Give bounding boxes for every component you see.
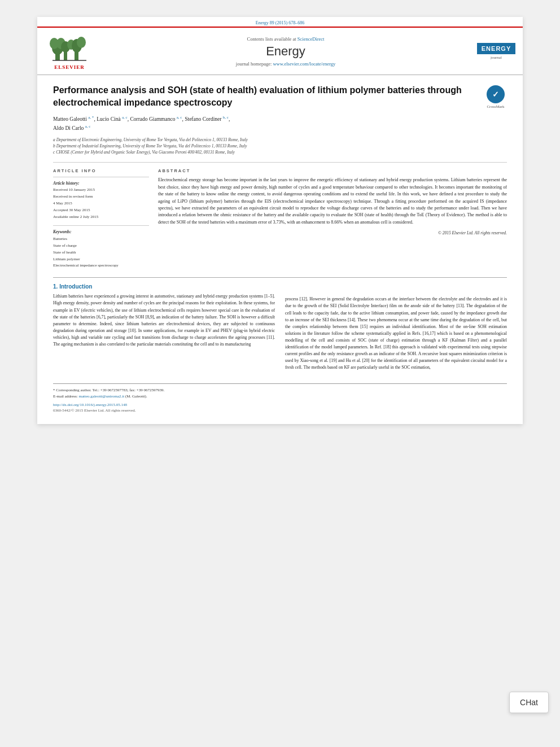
corresponding-author-text: * Corresponding author. Tel.: +39 067259… <box>53 388 164 392</box>
email-label: E-mail address: <box>53 394 78 399</box>
article-title: Performance analysis and SOH (state of h… <box>53 84 478 108</box>
energy-logo-box: ENERGY <box>477 43 515 54</box>
keyword-lithium: Lithium polymer <box>53 256 149 263</box>
affiliation-a: a Department of Electronic Engineering, … <box>53 137 507 143</box>
svg-point-9 <box>77 37 86 48</box>
history-label: Article history: <box>53 181 149 186</box>
crossmark-badge: ✓ CrossMark <box>484 85 507 109</box>
intro-left-text: Lithium batteries have experienced a gro… <box>53 293 275 348</box>
affiliation-b: b Department of Industrial Engineering, … <box>53 143 507 149</box>
doi-url[interactable]: http://dx.doi.org/10.1016/j.energy.2015.… <box>53 403 127 407</box>
keywords-section: Keywords: Batteries State of charge Stat… <box>53 225 149 269</box>
volume-info-text: Energy 89 (2015) 678–686 <box>256 20 304 25</box>
article-page: Energy 89 (2015) 678–686 ELSEVIER Conten <box>37 17 523 424</box>
section-title: Introduction <box>59 283 92 290</box>
volume-info: Energy 89 (2015) 678–686 <box>37 17 523 27</box>
footer-section: * Corresponding author. Tel.: +39 067259… <box>53 383 507 413</box>
abstract-text: Electrochemical energy storage has becom… <box>158 177 507 226</box>
introduction-columns: 1. Introduction Lithium batteries have e… <box>53 283 507 374</box>
elsevier-wordmark: ELSEVIER <box>54 64 85 70</box>
corresponding-author-note: * Corresponding author. Tel.: +39 067259… <box>53 387 507 394</box>
authors-list: Matteo Galeotti a, *, Lucio Cinà a, c, C… <box>53 115 507 133</box>
affiliation-c: c CHOSE (Center for Hybrid and Organic S… <box>53 149 507 155</box>
doi-link[interactable]: http://dx.doi.org/10.1016/j.energy.2015.… <box>53 403 507 407</box>
copyright-line: © 2015 Elsevier Ltd. All rights reserved… <box>158 230 507 235</box>
issn-copyright: 0360-5442/© 2015 Elsevier Ltd. All right… <box>53 408 507 413</box>
intro-right-col: process [12]. However in general the deg… <box>285 283 507 374</box>
section-number: 1. <box>53 283 58 290</box>
keyword-eis: Electrochemical impedance spectroscopy <box>53 263 149 269</box>
homepage-line: journal homepage: www.elsevier.com/locat… <box>100 61 471 67</box>
crossmark-icon: ✓ <box>487 85 505 103</box>
energy-logo-right: ENERGY journal <box>476 43 516 60</box>
article-title-section: Performance analysis and SOH (state of h… <box>53 84 507 109</box>
intro-right-text: process [12]. However in general the deg… <box>285 296 507 371</box>
introduction-section: 1. Introduction Lithium batteries have e… <box>53 277 507 374</box>
affiliations: a Department of Electronic Engineering, … <box>53 137 507 156</box>
keyword-soc: State of charge <box>53 243 149 250</box>
keyword-soh: State of health <box>53 250 149 256</box>
article-info-abstract: ARTICLE INFO Article history: Received 1… <box>53 168 507 269</box>
journal-center-info: Contents lists available at ScienceDirec… <box>100 36 471 67</box>
accepted-date: Accepted 30 May 2015 <box>53 207 149 214</box>
article-body: Performance analysis and SOH (state of h… <box>37 75 523 424</box>
intro-heading: 1. Introduction <box>53 283 275 290</box>
chat-button[interactable]: CHat <box>509 692 549 713</box>
article-info-label: ARTICLE INFO <box>53 168 149 173</box>
email-person: (M. Galeotti). <box>125 394 147 399</box>
journal-header: ELSEVIER Contents lists available at Sci… <box>37 27 523 75</box>
email-note: E-mail address: matteo.galeotti@uniroma2… <box>53 394 507 400</box>
crossmark-label: CrossMark <box>487 104 504 109</box>
energy-logo-subtitle: journal <box>491 55 502 60</box>
abstract-col: ABSTRACT Electrochemical energy storage … <box>158 168 507 269</box>
elsevier-logo: ELSEVIER <box>44 32 95 70</box>
available-date: Available online 2 July 2015 <box>53 214 149 221</box>
elsevier-tree-icon <box>50 32 89 63</box>
divider-1 <box>53 162 507 163</box>
revised-date: Received in revised form4 May 2015 <box>53 194 149 207</box>
email-link[interactable]: matteo.galeotti@uniroma2.it <box>79 394 125 399</box>
article-history-box: Article history: Received 10 January 201… <box>53 177 149 220</box>
homepage-link[interactable]: www.elsevier.com/locate/energy <box>273 61 335 67</box>
received-date: Received 10 January 2015 <box>53 187 149 194</box>
energy-logo-text: ENERGY <box>482 45 511 52</box>
abstract-label: ABSTRACT <box>158 168 507 173</box>
intro-left-col: 1. Introduction Lithium batteries have e… <box>53 283 275 374</box>
sciencedirect-line: Contents lists available at ScienceDirec… <box>100 36 471 42</box>
keywords-label: Keywords: <box>53 229 149 234</box>
article-info-col: ARTICLE INFO Article history: Received 1… <box>53 168 149 269</box>
keyword-batteries: Batteries <box>53 236 149 243</box>
sciencedirect-link[interactable]: ScienceDirect <box>298 36 325 42</box>
journal-name: Energy <box>100 44 471 59</box>
